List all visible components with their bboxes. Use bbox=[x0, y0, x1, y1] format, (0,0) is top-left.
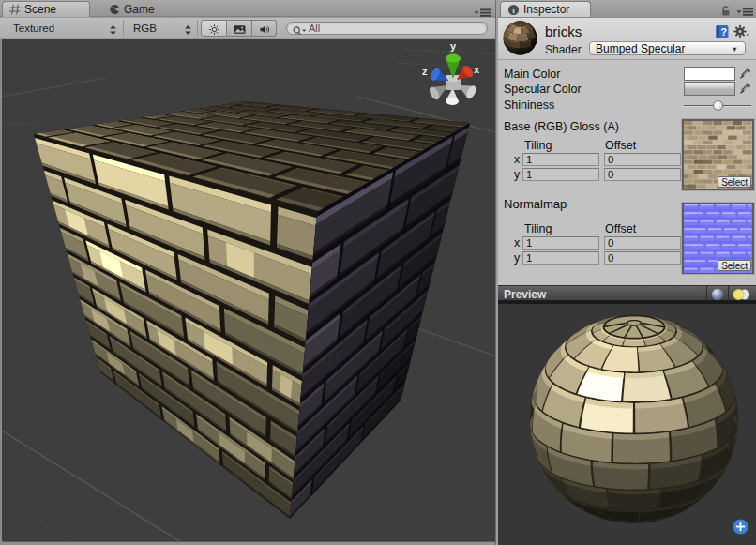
svg-text:z: z bbox=[422, 66, 428, 77]
svg-text:?: ? bbox=[720, 26, 726, 38]
svg-text:x: x bbox=[474, 64, 480, 75]
svg-text:y: y bbox=[450, 40, 457, 52]
